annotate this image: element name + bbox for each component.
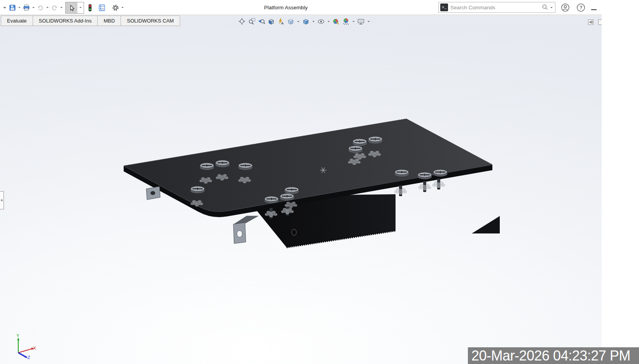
section-view-icon[interactable] [267, 17, 276, 26]
select-tool-group [65, 2, 84, 14]
timestamp-overlay: 20-Mar-2026 04:23:27 PM [468, 347, 639, 364]
command-manager-tabs: Evaluate SOLIDWORKS Add-Ins MBD SOLIDWOR… [1, 16, 180, 26]
help-icon[interactable]: ? [576, 3, 586, 12]
select-dropdown-icon[interactable] [77, 2, 84, 13]
svg-text:Z: Z [28, 355, 30, 360]
view-settings-dropdown-icon[interactable] [368, 21, 370, 22]
print-dropdown-icon[interactable] [32, 7, 35, 8]
fastener-screw[interactable] [280, 193, 294, 201]
view-orientation-dropdown-icon[interactable] [297, 21, 299, 22]
fastener-screw[interactable] [200, 163, 214, 170]
fastener-screw[interactable] [285, 187, 299, 194]
fastener-screw[interactable] [368, 136, 382, 144]
display-style-icon[interactable] [301, 17, 310, 26]
undo-icon[interactable] [36, 3, 45, 12]
zoom-to-fit-icon[interactable] [238, 17, 247, 26]
apply-scene-icon[interactable] [341, 17, 350, 26]
command-prompt-icon: >_ [440, 3, 448, 11]
graphics-viewport[interactable]: YXZ A [0, 16, 602, 364]
redo-dropdown-icon[interactable] [60, 7, 63, 8]
save-icon[interactable] [8, 3, 17, 12]
hide-show-dropdown-icon[interactable] [327, 21, 330, 22]
svg-text:A: A [281, 21, 284, 25]
fastener-screw[interactable] [348, 146, 362, 153]
stud-tip [437, 188, 440, 190]
traffic-light-icon[interactable] [86, 3, 94, 12]
redo-icon[interactable] [50, 3, 59, 12]
tab-mbd[interactable]: MBD [98, 16, 121, 26]
bracket-left-hole [151, 191, 155, 195]
search-icon[interactable] [541, 3, 549, 11]
fastener-nut[interactable] [418, 184, 431, 190]
previous-view-icon[interactable] [257, 17, 266, 26]
search-commands-box: >_ [438, 2, 555, 13]
fastener-screw[interactable] [395, 169, 409, 177]
options-dropdown-icon[interactable] [121, 7, 124, 8]
tab-evaluate[interactable]: Evaluate [1, 16, 33, 26]
support-right[interactable] [472, 216, 500, 233]
edit-appearance-icon[interactable] [332, 17, 341, 26]
save-dropdown-icon[interactable] [18, 7, 21, 8]
fastener-screw[interactable] [264, 196, 278, 204]
quick-access-toolbar [2, 0, 125, 15]
title-bar: Platform Assembly >_ ? [0, 0, 602, 15]
fastener-screw[interactable] [433, 169, 447, 177]
undo-dropdown-icon[interactable] [46, 7, 49, 8]
options-gear-icon[interactable] [111, 3, 120, 12]
collapse-panel-icon[interactable] [588, 19, 593, 25]
svg-text:?: ? [579, 5, 582, 10]
solidworks-window: Platform Assembly >_ ? Evaluate SOLIDWOR… [0, 0, 602, 364]
stud-tip [423, 191, 426, 192]
fastener-screw[interactable] [215, 160, 229, 167]
minimize-button[interactable] [591, 5, 598, 10]
display-style-dropdown-icon[interactable] [312, 21, 315, 22]
svg-text:Y: Y [16, 333, 19, 338]
tab-solidworks-add-ins[interactable]: SOLIDWORKS Add-Ins [33, 16, 98, 26]
bracket-front-flange[interactable] [233, 216, 258, 225]
print-icon[interactable] [22, 3, 31, 12]
svg-text:X: X [33, 346, 36, 350]
fastener-screw[interactable] [191, 186, 205, 193]
zoom-to-area-icon[interactable] [247, 17, 256, 26]
toolbar-expand-icon[interactable] [3, 7, 6, 9]
user-account-icon[interactable] [560, 3, 570, 12]
viewport-canvas[interactable]: YXZ [0, 16, 602, 364]
fastener-screw[interactable] [238, 163, 252, 170]
select-cursor-icon[interactable] [66, 2, 77, 13]
bracket-front-hole [237, 231, 242, 237]
search-scope-dropdown-icon[interactable] [550, 7, 553, 8]
fastener-screw[interactable] [353, 139, 367, 146]
box-hole [292, 229, 296, 235]
stud-tip [270, 218, 273, 219]
stud-tip [399, 195, 402, 196]
view-settings-icon[interactable] [357, 17, 366, 26]
fastener-nut[interactable] [432, 182, 445, 188]
hide-show-items-icon[interactable] [317, 17, 326, 26]
annotation-views-icon[interactable]: A [277, 17, 285, 26]
tab-solidworks-cam[interactable]: SOLIDWORKS CAM [121, 16, 180, 26]
apply-scene-dropdown-icon[interactable] [352, 21, 355, 22]
fastener-nut[interactable] [394, 188, 407, 195]
view-orientation-icon[interactable] [286, 17, 295, 26]
rebuild-list-icon[interactable] [98, 3, 106, 12]
feature-manager-collapsed-tab[interactable] [0, 191, 4, 209]
search-input[interactable] [450, 5, 541, 10]
reference-triad: YXZ [16, 333, 36, 360]
heads-up-view-toolbar: A [238, 17, 371, 26]
expand-panel-icon[interactable] [598, 19, 602, 25]
fastener-screw[interactable] [418, 172, 432, 179]
stud-tip [286, 214, 289, 216]
